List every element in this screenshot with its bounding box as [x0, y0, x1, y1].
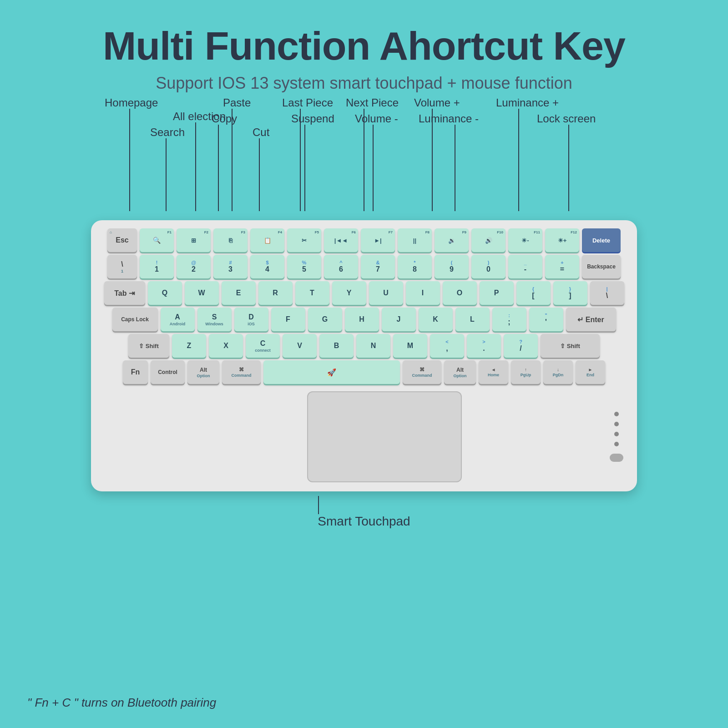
key-j[interactable]: J — [382, 308, 416, 331]
qwerty-row: Tab ⇥ Q W E R T Y U I O P { — [100, 281, 628, 305]
key-command-r[interactable]: ⌘ Command — [403, 360, 441, 384]
key-3[interactable]: # 3 — [213, 255, 248, 278]
label-suspend: Suspend — [291, 112, 334, 125]
key-7[interactable]: & 7 — [361, 255, 395, 278]
key-backtick[interactable]: \ 1 — [107, 255, 137, 278]
key-f2[interactable]: F2 ⊞ — [177, 228, 211, 252]
key-backspace[interactable]: Backspace — [582, 255, 621, 278]
key-lshift[interactable]: ⇧ Shift — [128, 334, 169, 358]
key-e[interactable]: E — [222, 281, 256, 305]
key-control[interactable]: Control — [151, 360, 185, 384]
key-tab[interactable]: Tab ⇥ — [104, 281, 145, 305]
key-o[interactable]: O — [443, 281, 477, 305]
key-f4[interactable]: F4 📋 — [250, 228, 284, 252]
label-last-piece: Last Piece — [282, 96, 333, 109]
keyboard: ⌂ Esc F1 🔍 F2 ⊞ F3 ⎘ — [91, 220, 637, 491]
label-volume-plus: Volume + — [414, 96, 460, 109]
bottom-note: " Fn + C " turns on Bluetooth pairing — [27, 696, 216, 710]
key-option-r[interactable]: Alt Option — [444, 360, 476, 384]
key-m[interactable]: M — [393, 334, 427, 358]
annotation-svg: Homepage All election Search Paste Copy … — [46, 93, 682, 220]
number-row: \ 1 ! 1 @ 2 # 3 — [100, 255, 628, 278]
home-row: Caps Lock A Android S Windows D iOS — [100, 308, 628, 331]
key-9[interactable]: ( 9 — [435, 255, 469, 278]
key-space[interactable]: 🚀 — [263, 360, 400, 384]
key-semicolon[interactable]: : ; — [492, 308, 526, 331]
key-f5[interactable]: F5 ✂ — [287, 228, 321, 252]
key-0[interactable]: ) 0 — [471, 255, 506, 278]
touchpad[interactable] — [307, 391, 462, 482]
key-d[interactable]: D iOS — [234, 308, 268, 331]
key-enter[interactable]: ↵ Enter — [566, 308, 616, 331]
key-q[interactable]: Q — [148, 281, 182, 305]
key-i[interactable]: I — [406, 281, 440, 305]
key-rshift[interactable]: ⇧ Shift — [541, 334, 600, 358]
label-copy: Copy — [212, 112, 237, 125]
key-x[interactable]: X — [209, 334, 243, 358]
key-esc[interactable]: ⌂ Esc — [107, 228, 137, 252]
key-f[interactable]: F — [271, 308, 305, 331]
key-command-l[interactable]: ⌘ Command — [222, 360, 261, 384]
label-homepage: Homepage — [105, 96, 158, 109]
key-slash[interactable]: ? / — [504, 334, 538, 358]
key-period[interactable]: > . — [467, 334, 501, 358]
key-b[interactable]: B — [319, 334, 354, 358]
key-p[interactable]: P — [480, 281, 514, 305]
key-f12[interactable]: F12 ☀+ — [545, 228, 579, 252]
key-h[interactable]: H — [345, 308, 379, 331]
key-k[interactable]: K — [419, 308, 453, 331]
key-n[interactable]: N — [356, 334, 390, 358]
key-fn[interactable]: Fn — [123, 360, 148, 384]
key-f7[interactable]: F7 ►| — [361, 228, 395, 252]
key-4[interactable]: $ 4 — [250, 255, 284, 278]
toggle-switch[interactable] — [610, 454, 623, 462]
key-capslock[interactable]: Caps Lock — [112, 308, 158, 331]
key-comma[interactable]: < , — [430, 334, 464, 358]
key-f9[interactable]: F9 🔉 — [435, 228, 469, 252]
key-equals[interactable]: + = — [545, 255, 579, 278]
key-a[interactable]: A Android — [161, 308, 195, 331]
key-8[interactable]: * 8 — [398, 255, 432, 278]
key-home[interactable]: ◄ Home — [479, 360, 508, 384]
indicator-dots — [610, 412, 623, 462]
key-rbracket[interactable]: } ] — [553, 281, 587, 305]
key-option-l[interactable]: Alt Option — [187, 360, 219, 384]
dot-1 — [614, 412, 619, 416]
key-t[interactable]: T — [295, 281, 329, 305]
key-l[interactable]: L — [455, 308, 490, 331]
key-lbracket[interactable]: { [ — [516, 281, 551, 305]
key-backslash[interactable]: | \ — [590, 281, 624, 305]
page-title: Multi Function Ahortcut Key — [103, 23, 625, 69]
key-y[interactable]: Y — [332, 281, 366, 305]
key-f3[interactable]: F3 ⎘ — [213, 228, 248, 252]
label-next-piece: Next Piece — [346, 96, 399, 109]
key-2[interactable]: @ 2 — [177, 255, 211, 278]
key-w[interactable]: W — [185, 281, 219, 305]
key-quote[interactable]: " ' — [529, 308, 563, 331]
label-search: Search — [150, 126, 185, 138]
key-end[interactable]: ► End — [576, 360, 605, 384]
key-f11[interactable]: F11 ☀- — [508, 228, 542, 252]
key-pgdn[interactable]: ↓ PgDn — [543, 360, 573, 384]
key-delete[interactable]: Delete — [582, 228, 621, 252]
key-f1[interactable]: F1 🔍 — [140, 228, 174, 252]
key-s[interactable]: S Windows — [197, 308, 232, 331]
key-minus[interactable]: _ - — [508, 255, 542, 278]
subtitle: Support IOS 13 system smart touchpad + m… — [156, 74, 572, 93]
key-r[interactable]: R — [258, 281, 293, 305]
key-f10[interactable]: F10 🔊 — [471, 228, 506, 252]
key-v[interactable]: V — [283, 334, 317, 358]
key-f8[interactable]: F8 || — [398, 228, 432, 252]
key-c[interactable]: C connect — [246, 334, 280, 358]
keyboard-container: ⌂ Esc F1 🔍 F2 ⊞ F3 ⎘ — [91, 220, 637, 491]
key-1[interactable]: ! 1 — [140, 255, 174, 278]
key-u[interactable]: U — [369, 281, 403, 305]
page-container: Multi Function Ahortcut Key Support IOS … — [0, 0, 728, 728]
key-6[interactable]: ^ 6 — [324, 255, 358, 278]
key-5[interactable]: % 5 — [287, 255, 321, 278]
key-pgup[interactable]: ↑ PgUp — [511, 360, 541, 384]
diagram-area: Homepage All election Search Paste Copy … — [46, 93, 682, 528]
key-g[interactable]: G — [308, 308, 342, 331]
key-f6[interactable]: F6 |◄◄ — [324, 228, 358, 252]
key-z[interactable]: Z — [172, 334, 206, 358]
